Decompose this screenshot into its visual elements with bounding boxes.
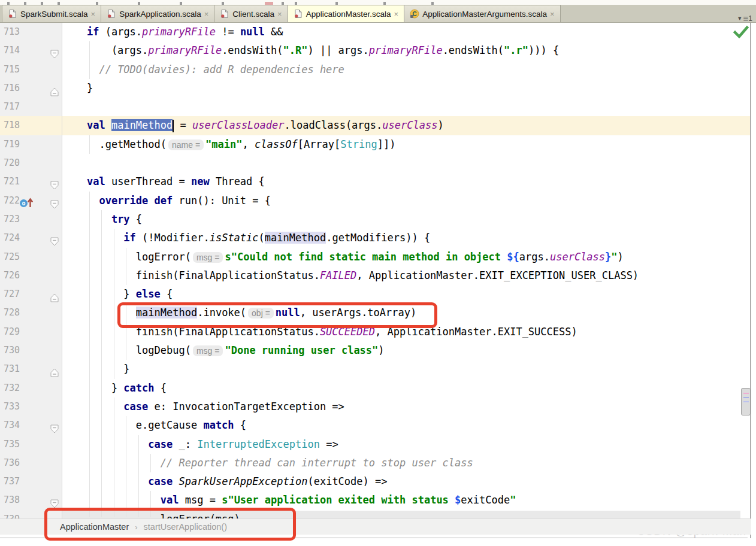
code-token: } [62,82,93,94]
code-token: logDebug( [62,344,191,356]
scala-file-icon [220,9,229,19]
param-hint-chip: msg = [193,345,223,356]
code-line-737[interactable]: 737 case SparkUserAppException(exitCode)… [0,472,751,491]
code-line-734[interactable]: 734 e.getCause match { [0,416,751,435]
code-rows: 713 if (args.primaryRFile != null &&714 … [0,23,751,529]
tab-label: SparkSubmit.scala [20,10,88,19]
code-token: ]]) [377,138,396,150]
code-line-724[interactable]: 724 if (!Modifier.isStatic(mainMethod.ge… [0,229,751,247]
code-line-733[interactable]: 733 case e: InvocationTargetException => [0,398,751,416]
line-number: 738 [4,491,20,509]
code-token: .endsWith( [443,44,504,56]
code-token: _: [173,438,197,450]
code-token: primaryRFile [142,26,216,38]
code-token: override def [99,195,173,207]
code-line-719[interactable]: 719 .getMethod(name ="main", classOf[Arr… [0,135,751,154]
gutter-cell: 725 [0,248,62,266]
line-number: 733 [4,398,20,416]
code-line-720[interactable]: 720 [0,154,751,172]
code-token: } [605,251,611,263]
code-line-718[interactable]: 718 val mainMethod = userClassLoader.loa… [0,116,751,135]
close-tab-icon[interactable]: × [204,10,209,18]
stripe-mark [743,401,749,402]
code-line-716[interactable]: 716 } [0,79,751,98]
code-token: userClassLoader [192,119,285,131]
code-token: if [87,26,99,38]
code-token: ${ [507,251,519,263]
line-number: 720 [4,154,20,172]
code-token: Thread { [210,175,265,187]
code-line-726[interactable]: 726 finish(FinalApplicationStatus.FAILED… [0,266,751,285]
tab-ApplicationMaster-scala[interactable]: ApplicationMaster.scala× [288,5,404,22]
code-line-725[interactable]: 725 logError(msg =s"Could not find stati… [0,248,751,266]
svg-text:o: o [22,200,25,207]
code-token: { [234,419,246,431]
code-token [62,232,123,244]
line-number: 717 [4,98,20,116]
code-line-715[interactable]: 715 // TODO(davies): add R dependencies … [0,60,751,79]
code-line-731[interactable]: 731 } [0,360,751,378]
tab-list-icon[interactable]: ≡ [743,13,749,23]
ide-window: SparkSubmit.scala×SparkApplication.scala… [0,0,756,546]
line-number: 715 [4,60,20,79]
code-text: override def run(): Unit = { [62,192,271,210]
code-token: val [87,175,105,187]
code-token: ) [618,251,624,263]
vertical-scrollbar-thumb[interactable] [741,388,751,415]
close-tab-icon[interactable]: × [394,10,399,18]
gutter-cell: 729 [0,323,62,341]
tab-label: Client.scala [232,10,274,19]
code-line-736[interactable]: 736 // Reporter thread can interrupt to … [0,454,751,472]
code-token: InterruptedException [197,438,320,450]
tab-bar-controls: ▾ ≡ 1 [738,13,752,23]
tab-ApplicationMasterArguments-scala[interactable]: CApplicationMasterArguments.scala× [404,5,560,22]
param-hint-chip: name = [168,139,204,150]
gutter-cell: 726 [0,266,62,285]
code-token: "main" [205,138,242,150]
code-token: run(): Unit = { [173,195,271,207]
code-line-732[interactable]: 732 } catch { [0,379,751,398]
code-token [62,438,148,450]
code-token: && [265,26,283,38]
line-number: 732 [4,379,20,398]
close-tab-icon[interactable]: × [91,10,96,18]
gutter-cell: 737 [0,472,62,491]
code-token: case [148,475,173,487]
line-number: 724 [4,229,20,247]
code-line-714[interactable]: 714 (args.primaryRFile.endsWith(".R") ||… [0,41,751,60]
code-line-723[interactable]: 723 try { [0,210,751,229]
line-number: 737 [4,472,20,491]
code-line-722[interactable]: 722o override def run(): Unit = { [0,192,751,210]
annotation-box-invoke-line [117,302,437,328]
tab-SparkSubmit-scala[interactable]: SparkSubmit.scala× [2,5,101,22]
close-tab-icon[interactable]: × [277,10,282,18]
code-editor[interactable]: 713 if (args.primaryRFile != null &&714 … [0,23,751,546]
code-token: "Could not find static main method in ob… [231,251,507,263]
tab-dropdown-icon[interactable]: ▾ [738,14,742,22]
code-token [173,475,179,487]
code-line-727[interactable]: 727 } else { [0,285,751,304]
code-token [62,195,99,207]
stripe-mark [743,393,749,394]
code-token: finish(FinalApplicationStatus. [62,269,320,281]
code-line-713[interactable]: 713 if (args.primaryRFile != null && [0,23,751,41]
code-token: " [611,251,617,263]
code-line-730[interactable]: 730 logDebug(msg ="Done running user cla… [0,341,751,360]
tab-Client-scala[interactable]: Client.scala× [214,5,288,22]
tab-SparkApplication-scala[interactable]: SparkApplication.scala× [101,5,214,22]
code-line-735[interactable]: 735 case _: InterruptedException => [0,435,751,454]
code-line-717[interactable]: 717 [0,98,751,116]
code-line-721[interactable]: 721 val userThread = new Thread { [0,172,751,191]
code-text: logDebug(msg ="Done running user class") [62,341,385,360]
code-token: { [130,213,142,225]
code-token: logError( [62,251,191,263]
code-token: (exitCode) => [307,475,387,487]
inspections-ok-icon[interactable] [733,25,749,38]
code-token: primaryRFile [148,44,222,56]
code-token: { [161,288,173,300]
code-token: ) [437,119,443,131]
code-token: s [222,494,228,506]
param-hint-chip: msg = [193,252,223,263]
gutter-cell: 717 [0,98,62,116]
close-tab-icon[interactable]: × [550,10,555,18]
